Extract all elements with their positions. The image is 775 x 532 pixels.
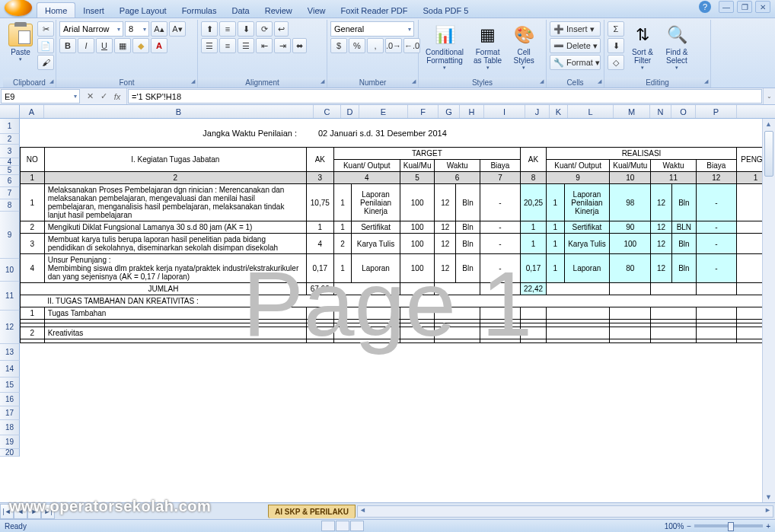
minimize-icon[interactable]: ― [719,1,734,13]
align-middle-button[interactable]: ≡ [219,21,236,37]
font-size-combo[interactable]: 8 [125,21,149,37]
col-header-I[interactable]: I [484,105,525,118]
row-header-11[interactable]: 11 [0,282,20,311]
format-table-button[interactable]: ▦Format as Table▾ [470,21,506,73]
normal-view-button[interactable] [321,521,335,531]
clear-button[interactable]: ◇ [608,55,624,70]
zoom-out-button[interactable]: − [687,522,691,530]
tab-insert[interactable]: Insert [75,3,112,18]
autosum-button[interactable]: Σ [608,21,624,37]
tab-view[interactable]: View [300,3,333,18]
col-header-H[interactable]: H [460,105,484,118]
indent-dec-button[interactable]: ⇤ [256,38,273,53]
align-center-button[interactable]: ≡ [219,38,236,53]
tab-home[interactable]: Home [37,2,75,18]
shrink-font-button[interactable]: A▾ [169,21,186,37]
tab-foxit[interactable]: Foxit Reader PDF [333,3,415,18]
tab-review[interactable]: Review [257,3,300,18]
fill-button[interactable]: ⬇ [608,38,624,53]
row-header-4[interactable]: 4 [0,158,20,166]
row-header-3[interactable]: 3 [0,145,20,158]
close-icon[interactable]: ✕ [755,1,770,13]
accept-formula-icon[interactable]: ✓ [97,91,110,101]
insert-cells-button[interactable]: ➕ Insert ▾ [550,21,601,37]
find-select-button[interactable]: 🔍Find & Select▾ [661,21,693,73]
inc-decimal-button[interactable]: .0→ [385,38,402,53]
page-break-view-button[interactable] [350,521,364,531]
row-header-1[interactable]: 1 [0,119,20,134]
row-header-6[interactable]: 6 [0,175,20,187]
row-header-13[interactable]: 13 [0,344,20,361]
number-format-combo[interactable]: General [330,21,414,37]
col-header-P[interactable]: P [696,105,737,118]
row-header-2[interactable]: 2 [0,134,20,145]
underline-button[interactable]: U [96,38,113,53]
sort-filter-button[interactable]: ⇅Sort & Filter▾ [627,21,659,73]
paste-button[interactable]: Paste ▾ [6,21,35,65]
align-top-button[interactable]: ⬆ [201,21,218,37]
row-header-17[interactable]: 17 [0,406,20,420]
col-header-F[interactable]: F [408,105,439,118]
col-header-G[interactable]: G [439,105,460,118]
row-header-10[interactable]: 10 [0,259,20,282]
font-name-combo[interactable]: Arial Narrow [59,21,123,37]
col-header-E[interactable]: E [359,105,408,118]
zoom-slider[interactable] [694,524,763,527]
percent-button[interactable]: % [349,38,365,53]
col-header-N[interactable]: N [650,105,671,118]
delete-cells-button[interactable]: ➖ Delete ▾ [550,38,601,53]
col-header-A[interactable]: A [20,105,44,118]
formula-input[interactable]: ='1 SKP'!H18 [128,89,762,104]
row-header-15[interactable]: 15 [0,377,20,393]
align-left-button[interactable]: ☰ [201,38,218,53]
conditional-formatting-button[interactable]: 📊Conditional Formatting▾ [422,21,467,73]
indent-inc-button[interactable]: ⇥ [274,38,291,53]
col-header-K[interactable]: K [550,105,568,118]
row-header-12[interactable]: 12 [0,311,20,344]
italic-button[interactable]: I [78,38,94,53]
currency-button[interactable]: $ [330,38,347,53]
align-right-button[interactable]: ☰ [238,38,254,53]
row-header-16[interactable]: 16 [0,393,20,406]
zoom-level[interactable]: 100% [665,522,684,530]
row-header-20[interactable]: 20 [0,449,20,457]
cut-button[interactable]: ✂ [37,21,54,37]
col-header-B[interactable]: B [44,105,314,118]
fill-color-button[interactable]: ◆ [132,38,149,53]
zoom-in-button[interactable]: + [766,522,770,530]
col-header-L[interactable]: L [568,105,614,118]
tab-data[interactable]: Data [224,3,257,18]
row-header-14[interactable]: 14 [0,361,20,377]
row-header-18[interactable]: 18 [0,420,20,435]
bold-button[interactable]: B [59,38,76,53]
select-all-button[interactable] [0,105,20,118]
page-layout-view-button[interactable] [336,521,349,531]
help-icon[interactable]: ? [699,1,711,13]
horizontal-scrollbar[interactable] [357,505,773,518]
tab-formulas[interactable]: Formulas [174,3,225,18]
row-header-9[interactable]: 9 [0,212,20,259]
col-header-O[interactable]: O [671,105,696,118]
align-bottom-button[interactable]: ⬇ [238,21,254,37]
sheet-tab[interactable]: AI SKP & PERILAKU [268,505,356,518]
tab-soda[interactable]: Soda PDF 5 [416,3,477,18]
fx-icon[interactable]: fx [111,92,123,101]
restore-icon[interactable]: ❐ [737,1,752,13]
expand-formula-icon[interactable]: ⌄ [763,88,775,104]
row-header-8[interactable]: 8 [0,199,20,212]
comma-button[interactable]: , [367,38,384,53]
row-header-7[interactable]: 7 [0,187,20,199]
copy-button[interactable]: 📄 [37,38,54,53]
col-header-D[interactable]: D [341,105,359,118]
tab-page-layout[interactable]: Page Layout [112,3,174,18]
orientation-button[interactable]: ⟳ [256,21,273,37]
format-painter-button[interactable]: 🖌 [37,55,54,70]
cancel-formula-icon[interactable]: ✕ [84,91,96,101]
format-cells-button[interactable]: 🔧 Format ▾ [550,55,601,70]
row-header-19[interactable]: 19 [0,435,20,449]
dec-decimal-button[interactable]: ←.0 [403,38,420,53]
col-header-M[interactable]: M [614,105,650,118]
col-header-C[interactable]: C [314,105,341,118]
name-box[interactable]: E9 [1,89,80,104]
grow-font-button[interactable]: A▴ [151,21,167,37]
